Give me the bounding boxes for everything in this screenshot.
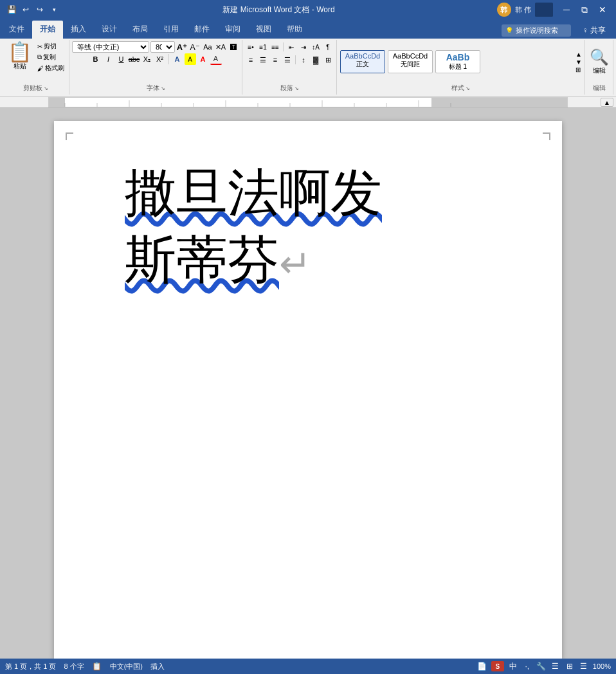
share-button[interactable]: ♀ 共享 (576, 23, 612, 39)
sort-button[interactable]: ↕A (310, 41, 322, 53)
statusbar: 第 1 页，共 1 页 8 个字 📋 中文(中国) 插入 📄 S 中 ·, 🔧 … (0, 659, 616, 674)
text-effects-button[interactable]: A (172, 53, 183, 65)
line-spacing-button[interactable]: ↕ (298, 54, 309, 66)
ribbon-tabs: 文件 开始 插入 设计 布局 引用 邮件 审阅 视图 帮助 💡 操作说明搜索 ♀… (0, 19, 616, 39)
bold-button[interactable]: B (90, 53, 102, 65)
increase-indent-button[interactable]: ⇥ (298, 41, 309, 53)
search-box[interactable]: 💡 操作说明搜索 (502, 24, 571, 37)
font-grow-button[interactable]: A⁺ (176, 41, 188, 53)
tab-home[interactable]: 开始 (32, 21, 63, 39)
tab-review[interactable]: 审阅 (217, 21, 248, 39)
align-left-button[interactable]: ≡ (245, 54, 257, 66)
copy-button[interactable]: ⧉ 复制 (35, 52, 66, 62)
page-info[interactable]: 第 1 页，共 1 页 (5, 662, 56, 671)
statusbar-icon5[interactable]: ☰ (550, 661, 561, 671)
styles-scroll-down[interactable]: ▼ (575, 59, 582, 66)
collapse-ribbon-button[interactable]: ▲ (601, 98, 613, 107)
font-color2-button[interactable]: A (210, 53, 222, 65)
ruler (0, 96, 616, 108)
shading-button[interactable]: ▓ (310, 54, 322, 66)
decrease-indent-button[interactable]: ⇤ (285, 41, 297, 53)
tab-layout[interactable]: 布局 (125, 21, 156, 39)
statusbar-icon3[interactable]: ·, (522, 661, 532, 671)
cut-button[interactable]: ✂ 剪切 (35, 41, 66, 51)
styles-group: AaBbCcDd 正文 AaBbCcDd 无间距 AaBb 标题 1 ▲ ▼ (337, 40, 585, 95)
document-area: 撒旦法啊发 斯蒂芬↵ (0, 108, 616, 659)
minimize-button[interactable]: ─ (558, 3, 575, 17)
sogou-icon[interactable]: S (491, 661, 504, 671)
font-expand-icon[interactable]: ↘ (161, 86, 165, 91)
font-case-button[interactable]: Aa (202, 41, 213, 53)
insert-mode[interactable]: 插入 (150, 662, 165, 671)
bullets-button[interactable]: ≡• (245, 41, 257, 53)
statusbar-icon6[interactable]: ⊞ (565, 661, 575, 671)
word-count[interactable]: 8 个字 (64, 662, 84, 671)
statusbar-icon1[interactable]: 📄 (477, 661, 487, 671)
font-name-select[interactable]: 等线 (中文正) (72, 41, 149, 53)
zoom-level[interactable]: 100% (593, 662, 611, 670)
styles-expand-icon[interactable]: ↘ (466, 86, 470, 91)
tab-design[interactable]: 设计 (94, 21, 125, 39)
paragraph-expand-icon[interactable]: ↘ (294, 86, 299, 91)
svg-rect-1 (535, 10, 553, 17)
paste-label: 粘贴 (14, 62, 26, 71)
numbered-list-button[interactable]: ≡1 (257, 41, 269, 53)
clipboard-actions: ✂ 剪切 ⧉ 复制 🖌 格式刷 (35, 41, 66, 73)
font-size-select[interactable]: 80 (150, 41, 175, 53)
doc-text-line1: 撒旦法啊发 (125, 165, 382, 221)
user-avatar[interactable]: 韩 (497, 3, 511, 17)
align-right-button[interactable]: ≡ (269, 54, 281, 66)
styles-expand[interactable]: ⊞ (575, 66, 582, 73)
statusbar-icon4[interactable]: 🔧 (536, 661, 547, 671)
eraser-button[interactable]: 🆃 (228, 41, 239, 53)
quickaccess-dropdown[interactable]: ▾ (48, 3, 60, 16)
underline-button[interactable]: U (116, 53, 127, 65)
align-center-button[interactable]: ☰ (257, 54, 269, 66)
proofing-icon[interactable]: 📋 (92, 661, 102, 671)
find-button[interactable]: 🔍 编辑 (590, 48, 609, 75)
italic-button[interactable]: I (103, 53, 114, 65)
statusbar-icon2[interactable]: 中 (508, 661, 518, 671)
paste-icon: 📋 (8, 42, 32, 62)
redo-quickaccess[interactable]: ↪ (33, 3, 46, 16)
cut-icon: ✂ (37, 43, 42, 50)
justify-button[interactable]: ☰ (282, 54, 293, 66)
styles-scroll-up[interactable]: ▲ (575, 51, 582, 58)
page[interactable]: 撒旦法啊发 斯蒂芬↵ (54, 121, 562, 659)
font-shrink-button[interactable]: A⁻ (189, 41, 201, 53)
tab-mail[interactable]: 邮件 (186, 21, 217, 39)
svg-rect-4 (431, 98, 567, 107)
strikethrough-button[interactable]: abc (129, 53, 140, 65)
clear-format-button[interactable]: ✕A (215, 41, 226, 53)
tab-insert[interactable]: 插入 (63, 21, 94, 39)
superscript-button[interactable]: X² (154, 53, 166, 65)
tab-references[interactable]: 引用 (156, 21, 186, 39)
window-title: 新建 Microsoft Word 文档 - Word (60, 5, 497, 15)
tab-view[interactable]: 视图 (248, 21, 279, 39)
close-button[interactable]: ✕ (594, 3, 611, 17)
corner-tl (66, 132, 73, 140)
document-content[interactable]: 撒旦法啊发 斯蒂芬↵ (125, 159, 504, 293)
paste-button[interactable]: 📋 粘贴 (5, 41, 34, 72)
undo-quickaccess[interactable]: ↩ (19, 3, 32, 16)
tab-help[interactable]: 帮助 (279, 21, 310, 39)
style-no-spacing[interactable]: AaBbCcDd 无间距 (388, 50, 433, 73)
subscript-button[interactable]: X₂ (141, 53, 153, 65)
paragraph-label: 段落 (280, 84, 293, 93)
show-formatting-button[interactable]: ¶ (322, 41, 334, 53)
highlight-button[interactable]: A (185, 53, 196, 65)
restore-button[interactable]: ⧉ (576, 3, 593, 17)
format-painter-button[interactable]: 🖌 格式刷 (35, 63, 66, 73)
doc-line-1: 撒旦法啊发 (125, 159, 504, 226)
style-heading1[interactable]: AaBb 标题 1 (435, 50, 480, 73)
multilevel-list-button[interactable]: ≡≡ (269, 41, 281, 53)
copy-icon: ⧉ (37, 53, 42, 61)
font-color-button[interactable]: A (197, 53, 209, 65)
statusbar-icon7[interactable]: ☰ (579, 661, 589, 671)
clipboard-expand-icon[interactable]: ↘ (44, 86, 48, 91)
tab-file[interactable]: 文件 (1, 21, 32, 39)
language-info[interactable]: 中文(中国) (110, 662, 143, 671)
style-normal[interactable]: AaBbCcDd 正文 (340, 50, 385, 73)
save-quickaccess[interactable]: 💾 (5, 3, 18, 16)
borders-button[interactable]: ⊞ (322, 54, 334, 66)
